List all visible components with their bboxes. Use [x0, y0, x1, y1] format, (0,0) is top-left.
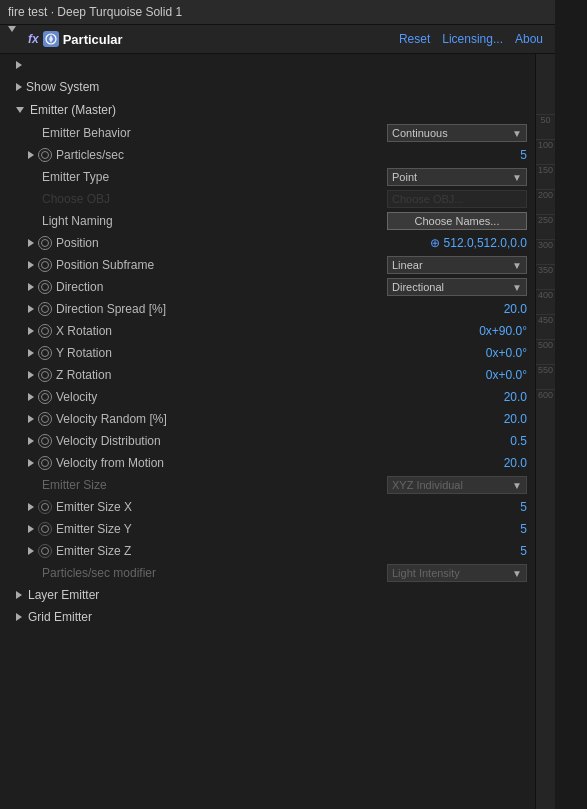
emitter-type-label: Emitter Type: [42, 170, 387, 184]
direction-value: Directional: [392, 281, 444, 293]
emitter-size-dropdown[interactable]: XYZ Individual ▼: [387, 476, 527, 494]
pos-subframe-value: Linear: [392, 259, 423, 271]
title-text: fire test · Deep Turquoise Solid 1: [8, 5, 182, 19]
direction-arrow-icon: ▼: [512, 282, 522, 293]
choose-obj-dropdown: Choose OBJ...: [387, 190, 527, 208]
pos-subframe-arrow-icon: ▼: [512, 260, 522, 271]
position-label: Position: [56, 236, 430, 250]
particles-modifier-dropdown[interactable]: Light Intensity ▼: [387, 564, 527, 582]
velocity-motion-row: Velocity from Motion 20.0: [0, 452, 535, 474]
ruler-50: 50: [536, 114, 555, 139]
dir-spread-value[interactable]: 20.0: [504, 302, 527, 316]
show-system-row[interactable]: Show System: [0, 76, 535, 98]
grid-emitter-row[interactable]: Grid Emitter: [0, 606, 535, 628]
ruler-250: 250: [536, 214, 555, 239]
main-panel: fire test · Deep Turquoise Solid 1 fx Pa…: [0, 0, 555, 809]
emitter-sz-value[interactable]: 5: [520, 544, 527, 558]
direction-expand-icon[interactable]: [28, 283, 34, 291]
vel-motion-value[interactable]: 20.0: [504, 456, 527, 470]
particles-modifier-label: Particles/sec modifier: [42, 566, 387, 580]
velocity-value[interactable]: 20.0: [504, 390, 527, 404]
position-value[interactable]: 512.0,512.0,0.0: [444, 236, 527, 250]
emitter-type-dropdown[interactable]: Point ▼: [387, 168, 527, 186]
emitter-type-arrow-icon: ▼: [512, 172, 522, 183]
particles-sec-row: Particles/sec 5: [0, 144, 535, 166]
z-rot-expand-icon[interactable]: [28, 371, 34, 379]
emitter-behavior-label: Emitter Behavior: [42, 126, 387, 140]
emitter-sy-expand-icon[interactable]: [28, 525, 34, 533]
vel-dist-expand-icon[interactable]: [28, 437, 34, 445]
emitter-sx-value[interactable]: 5: [520, 500, 527, 514]
expand-icon: [16, 61, 22, 69]
y-rot-expand-icon[interactable]: [28, 349, 34, 357]
light-naming-label: Light Naming: [42, 214, 387, 228]
layer-emitter-row[interactable]: Layer Emitter: [0, 584, 535, 606]
pos-subframe-label: Position Subframe: [56, 258, 387, 272]
y-rot-label: Y Rotation: [56, 346, 486, 360]
pos-subframe-expand-icon[interactable]: [28, 261, 34, 269]
velocity-icon: [38, 390, 52, 404]
particles-sec-icon: [38, 148, 52, 162]
position-row: Position ⊕ 512.0,512.0,0.0: [0, 232, 535, 254]
layer-emitter-label: Layer Emitter: [28, 588, 99, 602]
velocity-expand-icon[interactable]: [28, 393, 34, 401]
ruler-100: 100: [536, 139, 555, 164]
emitter-size-z-row: Emitter Size Z 5: [0, 540, 535, 562]
grid-emitter-label: Grid Emitter: [28, 610, 92, 624]
velocity-random-row: Velocity Random [%] 20.0: [0, 408, 535, 430]
dir-spread-expand-icon[interactable]: [28, 305, 34, 313]
emitter-sy-value[interactable]: 5: [520, 522, 527, 536]
choose-obj-value: Choose OBJ...: [392, 193, 464, 205]
y-rot-icon: [38, 346, 52, 360]
position-expand-icon[interactable]: [28, 239, 34, 247]
particles-sec-expand-icon[interactable]: [28, 151, 34, 159]
emitter-behavior-dropdown[interactable]: Continuous ▼: [387, 124, 527, 142]
emitter-size-label: Emitter Size: [42, 478, 387, 492]
particles-sec-value[interactable]: 5: [520, 148, 527, 162]
emitter-sx-expand-icon[interactable]: [28, 503, 34, 511]
x-rot-icon: [38, 324, 52, 338]
emitter-type-value: Point: [392, 171, 417, 183]
expand-row[interactable]: [0, 54, 535, 76]
emitter-master-label: Emitter (Master): [30, 103, 116, 117]
particles-modifier-row: Particles/sec modifier Light Intensity ▼: [0, 562, 535, 584]
x-rot-value[interactable]: 0x+90.0°: [479, 324, 527, 338]
z-rot-value[interactable]: 0x+0.0°: [486, 368, 527, 382]
emitter-master-icon: [16, 107, 24, 113]
emitter-sx-icon: [38, 500, 52, 514]
vel-random-expand-icon[interactable]: [28, 415, 34, 423]
triangle-down-icon[interactable]: [8, 32, 20, 46]
reset-button[interactable]: Reset: [395, 32, 434, 46]
ruler-350: 350: [536, 264, 555, 289]
emitter-master-header[interactable]: Emitter (Master): [0, 98, 535, 122]
choose-names-button[interactable]: Choose Names...: [387, 212, 527, 230]
emitter-sz-icon: [38, 544, 52, 558]
licensing-button[interactable]: Licensing...: [438, 32, 507, 46]
pos-subframe-dropdown[interactable]: Linear ▼: [387, 256, 527, 274]
crosshair-icon[interactable]: ⊕: [430, 236, 440, 250]
emitter-behavior-row: Emitter Behavior Continuous ▼: [0, 122, 535, 144]
emitter-behavior-value: Continuous: [392, 127, 448, 139]
velocity-row: Velocity 20.0: [0, 386, 535, 408]
about-button[interactable]: Abou: [511, 32, 547, 46]
direction-dropdown[interactable]: Directional ▼: [387, 278, 527, 296]
plugin-name: Particular: [63, 32, 391, 47]
fx-badge: fx: [28, 32, 39, 46]
emitter-size-row: Emitter Size XYZ Individual ▼: [0, 474, 535, 496]
position-control: ⊕ 512.0,512.0,0.0: [430, 236, 527, 250]
x-rot-expand-icon[interactable]: [28, 327, 34, 335]
title-bar: fire test · Deep Turquoise Solid 1: [0, 0, 555, 25]
vel-random-label: Velocity Random [%]: [56, 412, 504, 426]
vel-motion-expand-icon[interactable]: [28, 459, 34, 467]
show-system-icon: [16, 83, 22, 91]
dropdown-arrow-icon: ▼: [512, 128, 522, 139]
content-area: Show System Emitter (Master) Emitter Beh…: [0, 54, 535, 809]
vel-dist-value[interactable]: 0.5: [510, 434, 527, 448]
emitter-sz-expand-icon[interactable]: [28, 547, 34, 555]
y-rot-value[interactable]: 0x+0.0°: [486, 346, 527, 360]
vel-motion-label: Velocity from Motion: [56, 456, 504, 470]
direction-label: Direction: [56, 280, 387, 294]
side-ruler: 50 100 150 200 250 300 350 400 450 500 5…: [535, 54, 555, 809]
particles-modifier-value: Light Intensity: [392, 567, 460, 579]
vel-random-value[interactable]: 20.0: [504, 412, 527, 426]
